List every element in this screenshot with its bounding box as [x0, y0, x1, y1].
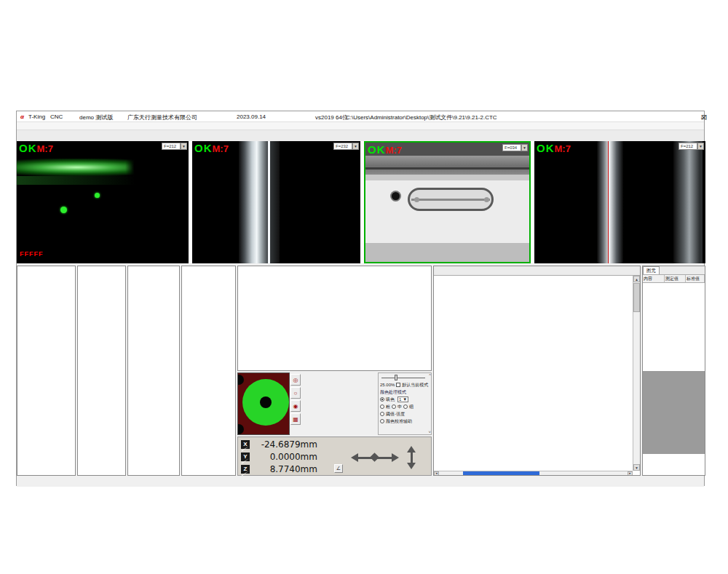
ring-full-icon[interactable]: ○ — [290, 387, 301, 399]
chevron-down-icon[interactable]: ▼ — [697, 143, 704, 150]
results-grid — [434, 276, 633, 471]
measure-list-column-4 — [181, 266, 236, 476]
horizontal-scrollbar[interactable]: ◄ ► — [434, 471, 633, 475]
chevron-down-icon[interactable]: ▼ — [352, 143, 359, 150]
screenshot-canvas: α T-King CNC demo 测试版 广东天行测量技术有限公司 2023.… — [0, 0, 728, 574]
camera-area: FFFFF OKM:7 F=212▼ OKM:7 F=232▼ — [17, 141, 704, 263]
hole-feature — [392, 192, 400, 200]
ring-grid-icon[interactable]: ▦ — [290, 413, 301, 425]
ring-outer-icon[interactable]: ◎ — [290, 374, 301, 386]
ok-label: OK — [537, 142, 555, 154]
measure-list-column-1 — [17, 266, 76, 476]
results-tabs — [434, 266, 640, 276]
default-mode-label: 默认当前模式 — [402, 382, 428, 388]
measure-count-label: M:7 — [37, 143, 53, 154]
title-filepath: C:\Users\Administrator\Desktop\测试文件\9.21… — [346, 113, 497, 121]
green-point-1 — [60, 207, 67, 213]
light-control-panel: ◎ ○ ◉ ▦ ^ 25.00% 默认当前模式 颜色处理模式 吸色 1▼ — [237, 372, 432, 435]
status-bar — [17, 476, 704, 487]
measure-list-column-2 — [77, 266, 126, 476]
tool-palette — [237, 266, 432, 371]
main-area: ◎ ○ ◉ ▦ ^ 25.00% 默认当前模式 颜色处理模式 吸色 1▼ — [17, 266, 704, 476]
dro-panel: X-24.6879mm Y0.0000mm Z8.7740mm ∠ — [237, 437, 432, 476]
app-window: α T-King CNC demo 测试版 广东天行测量技术有限公司 2023.… — [16, 111, 705, 486]
camera-view-3-selected[interactable]: OKM:7 F=034▼ — [364, 141, 531, 263]
metal-edge — [597, 141, 623, 263]
ring-light-green — [242, 379, 289, 426]
laser-line — [608, 141, 609, 263]
title-demo: demo 测试版 — [79, 113, 113, 121]
app-name: T-King — [28, 113, 45, 120]
scroll-up-icon: ▲ — [633, 276, 640, 282]
light-options: ^ 25.00% 默认当前模式 颜色处理模式 吸色 1▼ 粗 中 细 — [378, 372, 432, 435]
vertical-scrollbar[interactable]: ▲▼ — [633, 276, 640, 471]
camera-view-4[interactable]: OKM:7 F=212▼ — [534, 141, 705, 263]
y-axis-icon: Y — [241, 453, 250, 461]
element-panel: 图元 内容 测定值 标准值 — [642, 266, 705, 476]
focus-dropdown[interactable]: F=232▼ — [333, 143, 359, 150]
master-light-slider[interactable] — [381, 375, 425, 380]
y-coordinate: 0.0000mm — [253, 452, 317, 462]
coarse-radio[interactable] — [380, 404, 384, 409]
threshold-radio[interactable] — [380, 412, 384, 416]
camera-view-1[interactable]: FFFFF OKM:7 F=212▼ — [17, 141, 189, 263]
ok-label: OK — [368, 143, 386, 156]
scroll-up-icon[interactable]: ^ — [429, 373, 431, 378]
camera1-flag-text: FFFFF — [20, 250, 44, 258]
col-content: 内容 — [643, 275, 665, 283]
fine-radio[interactable] — [403, 404, 408, 409]
level-select[interactable]: 1▼ — [397, 396, 408, 402]
slot-feature — [408, 188, 494, 211]
title-bar: α T-King CNC demo 测试版 广东天行测量技术有限公司 2023.… — [17, 111, 704, 122]
pick-color-label: 吸色 — [386, 396, 395, 403]
measure-count-label: M:7 — [213, 143, 229, 154]
z-jog-arrows[interactable] — [407, 446, 416, 469]
measure-count-label: M:7 — [555, 143, 571, 154]
default-mode-checkbox[interactable] — [396, 383, 400, 387]
xy-jog-arrows[interactable] — [351, 453, 399, 463]
ring-light-indicator[interactable] — [237, 372, 290, 435]
chevron-down-icon: ▼ — [403, 397, 407, 402]
master-percent: 25.00% — [380, 383, 395, 387]
title-date: 2023.09.14 — [237, 113, 266, 120]
chevron-down-icon[interactable]: ▼ — [181, 143, 187, 150]
group-title: 颜色处理模式 — [380, 388, 430, 396]
scroll-down-icon: ▼ — [633, 464, 640, 471]
x-axis-icon: X — [241, 440, 250, 449]
focus-dropdown[interactable]: F=034▼ — [502, 144, 528, 151]
mid-radio[interactable] — [392, 404, 396, 409]
title-company: 广东天行测量技术有限公司 — [127, 113, 197, 121]
angle-mode-button[interactable]: ∠ — [334, 464, 343, 473]
menu-bar — [17, 122, 704, 130]
green-point-2 — [95, 193, 100, 198]
focus-dropdown[interactable]: F=212▼ — [162, 143, 187, 150]
col-measured: 测定值 — [665, 275, 686, 283]
focus-dropdown[interactable]: F=212▼ — [678, 143, 704, 150]
title-build: vs2019 64位 — [315, 113, 348, 121]
x-coordinate: -24.6879mm — [253, 439, 317, 450]
scroll-down-icon[interactable]: ˅ — [428, 430, 431, 434]
results-panel: ▲▼ ◄ ► — [433, 266, 641, 476]
app-edition: CNC — [50, 113, 63, 120]
color-cal-radio[interactable] — [380, 419, 384, 423]
col-standard: 标准值 — [686, 275, 705, 283]
measure-list-column-3 — [127, 266, 180, 476]
z-axis-icon: Z — [241, 465, 250, 474]
ring-inner-icon[interactable]: ◉ — [290, 400, 301, 412]
element-tab[interactable]: 图元 — [643, 266, 660, 274]
chevron-down-icon[interactable]: ▼ — [521, 144, 528, 151]
camera-view-2[interactable]: OKM:7 F=232▼ — [192, 141, 360, 263]
ok-label: OK — [19, 142, 37, 154]
toolbar — [17, 130, 704, 141]
app-logo-icon: α — [20, 113, 24, 120]
close-button[interactable]: ✕ — [701, 114, 707, 121]
ok-label: OK — [194, 142, 213, 154]
z-coordinate: 8.7740mm — [253, 464, 317, 474]
measure-count-label: M:7 — [386, 145, 402, 156]
pick-color-radio[interactable] — [380, 397, 384, 402]
light-mode-buttons: ◎ ○ ◉ ▦ — [290, 372, 301, 435]
metal-edge — [239, 141, 280, 263]
